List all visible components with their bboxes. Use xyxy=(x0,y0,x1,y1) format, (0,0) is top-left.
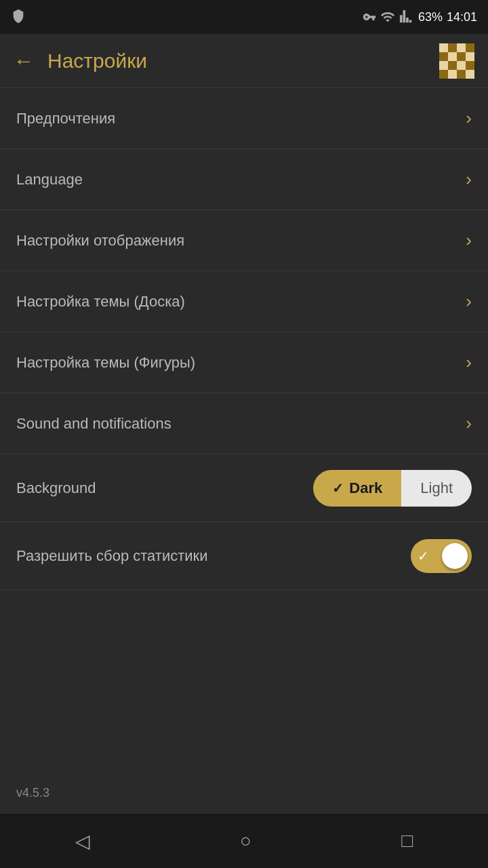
stats-toggle[interactable]: ✓ xyxy=(411,539,472,573)
status-bar: 63% 14:01 xyxy=(0,0,488,34)
chevron-icon-preferences: › xyxy=(466,108,472,129)
battery-text: 63% xyxy=(418,10,443,24)
page-title: Настройки xyxy=(47,50,439,73)
menu-label-preferences: Предпочтения xyxy=(16,110,115,127)
menu-list: Предпочтения › Language › Настройки отоб… xyxy=(0,88,488,814)
chevron-icon-display: › xyxy=(466,230,472,251)
menu-item-preferences[interactable]: Предпочтения › xyxy=(0,88,488,149)
menu-label-board-theme: Настройка темы (Доска) xyxy=(16,293,185,311)
signal-icon xyxy=(399,9,414,24)
chevron-icon-pieces-theme: › xyxy=(466,352,472,373)
switch-check-icon: ✓ xyxy=(418,548,429,564)
status-bar-left xyxy=(11,8,26,26)
stats-row: Разрешить сбор статистики ✓ xyxy=(0,522,488,590)
background-toggle[interactable]: ✓ Dark Light xyxy=(313,470,472,507)
menu-label-language: Language xyxy=(16,171,83,189)
version-text: v4.5.3 xyxy=(16,786,49,800)
menu-item-sound[interactable]: Sound and notifications › xyxy=(0,393,488,454)
chess-icon xyxy=(439,43,474,79)
stats-label: Разрешить сбор статистики xyxy=(16,547,208,565)
dark-checkmark: ✓ xyxy=(332,480,344,496)
menu-item-language[interactable]: Language › xyxy=(0,149,488,210)
header: ← Настройки xyxy=(0,34,488,88)
dark-label: Dark xyxy=(349,479,382,497)
nav-recents-button[interactable]: □ xyxy=(381,823,433,859)
background-row: Background ✓ Dark Light xyxy=(0,454,488,522)
status-icons: 63% 14:01 xyxy=(363,9,477,24)
wifi-icon xyxy=(380,9,395,24)
back-button[interactable]: ← xyxy=(14,50,34,73)
chevron-icon-language: › xyxy=(466,169,472,190)
chevron-icon-board-theme: › xyxy=(466,291,472,312)
bottom-nav: ◁ ○ □ xyxy=(0,814,488,868)
key-icon xyxy=(363,10,376,24)
chevron-icon-sound: › xyxy=(466,413,472,434)
light-option[interactable]: Light xyxy=(401,470,472,507)
menu-item-display[interactable]: Настройки отображения › xyxy=(0,210,488,271)
background-label: Background xyxy=(16,479,96,497)
menu-item-board-theme[interactable]: Настройка темы (Доска) › xyxy=(0,271,488,332)
time-text: 14:01 xyxy=(447,10,477,24)
menu-label-sound: Sound and notifications xyxy=(16,415,171,433)
nav-back-button[interactable]: ◁ xyxy=(55,823,110,859)
light-label: Light xyxy=(420,479,453,497)
shield-icon xyxy=(11,8,26,23)
menu-label-display: Настройки отображения xyxy=(16,232,184,250)
switch-knob xyxy=(442,543,468,569)
menu-label-pieces-theme: Настройка темы (Фигуры) xyxy=(16,354,195,372)
version-area: v4.5.3 xyxy=(0,590,488,814)
nav-home-button[interactable]: ○ xyxy=(220,823,272,859)
dark-option[interactable]: ✓ Dark xyxy=(313,470,401,507)
menu-item-pieces-theme[interactable]: Настройка темы (Фигуры) › xyxy=(0,332,488,393)
